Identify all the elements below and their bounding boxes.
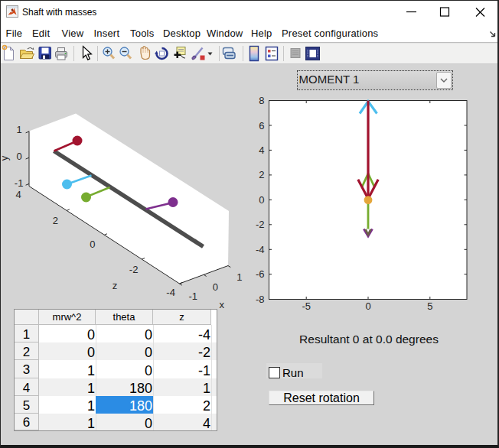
svg-text:-5: -5 (302, 300, 311, 312)
svg-text:-1: -1 (188, 291, 197, 302)
svg-text:4: 4 (259, 144, 264, 156)
svg-text:2: 2 (53, 215, 58, 226)
svg-text:0: 0 (90, 239, 95, 250)
svg-text:Resultant 0 at 0.0 degrees: Resultant 0 at 0.0 degrees (299, 333, 439, 346)
svg-text:5: 5 (427, 300, 432, 312)
svg-text:2: 2 (259, 169, 264, 180)
svg-text:-1: -1 (15, 177, 24, 189)
svg-text:-4: -4 (166, 287, 175, 298)
svg-text:8: 8 (259, 95, 264, 106)
svg-text:y: y (0, 155, 10, 161)
svg-text:-6: -6 (256, 268, 265, 280)
svg-text:0: 0 (213, 281, 218, 293)
svg-text:0: 0 (365, 300, 370, 312)
svg-text:-4: -4 (256, 244, 265, 255)
svg-text:z: z (113, 280, 118, 291)
svg-text:x: x (219, 299, 224, 310)
svg-text:1: 1 (16, 124, 21, 135)
svg-text:-8: -8 (256, 294, 265, 305)
svg-text:1: 1 (236, 271, 242, 283)
svg-text:-2: -2 (129, 264, 139, 275)
svg-text:0: 0 (16, 151, 21, 162)
svg-text:-2: -2 (256, 219, 265, 230)
svg-text:0: 0 (259, 194, 264, 206)
svg-text:6: 6 (259, 120, 264, 131)
svg-text:4: 4 (15, 189, 21, 200)
